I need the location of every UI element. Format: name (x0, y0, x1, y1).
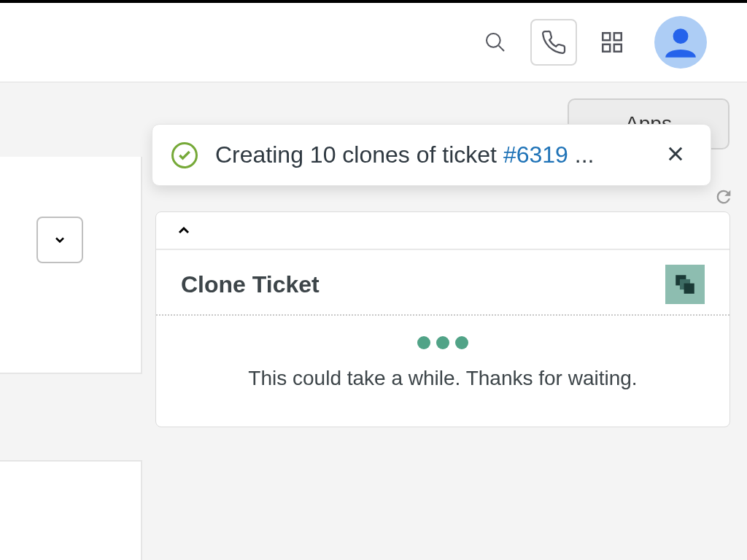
svg-rect-2 (603, 33, 610, 40)
toast-prefix: Creating 10 clones of ticket (215, 141, 503, 168)
svg-rect-5 (614, 44, 622, 52)
ticket-link[interactable]: #6319 (503, 141, 568, 168)
panel-body: This could take a while. Thanks for wait… (156, 316, 729, 427)
chevron-up-icon (175, 222, 193, 239)
clone-ticket-panel: Clone Ticket This could take a while. Th… (155, 211, 730, 427)
panel-title: Clone Ticket (181, 271, 320, 298)
loading-dots-icon (181, 336, 705, 349)
search-icon[interactable] (481, 28, 510, 57)
phone-button[interactable] (530, 19, 577, 66)
svg-point-6 (673, 28, 689, 44)
left-panel-bottom (0, 460, 142, 560)
toast-message: Creating 10 clones of ticket #6319 ... (215, 141, 659, 168)
close-icon[interactable] (659, 138, 692, 173)
svg-rect-3 (614, 33, 622, 40)
left-panel-top (0, 157, 142, 374)
svg-rect-4 (603, 44, 610, 52)
svg-line-1 (499, 46, 504, 51)
check-circle-icon (171, 142, 198, 168)
panel-header: Clone Ticket (156, 250, 729, 316)
svg-point-0 (487, 34, 500, 47)
dropdown-toggle[interactable] (36, 217, 83, 263)
wait-message: This could take a while. Thanks for wait… (181, 367, 705, 390)
apps-grid-icon[interactable] (597, 28, 627, 57)
clone-app-icon (665, 265, 705, 304)
notification-toast: Creating 10 clones of ticket #6319 ... (152, 124, 711, 186)
chevron-down-icon (53, 233, 67, 247)
header (0, 3, 747, 82)
svg-rect-11 (684, 284, 694, 294)
toast-suffix: ... (568, 141, 595, 168)
refresh-icon[interactable] (713, 187, 734, 210)
panel-collapse-bar[interactable] (156, 212, 729, 250)
avatar[interactable] (654, 16, 707, 69)
